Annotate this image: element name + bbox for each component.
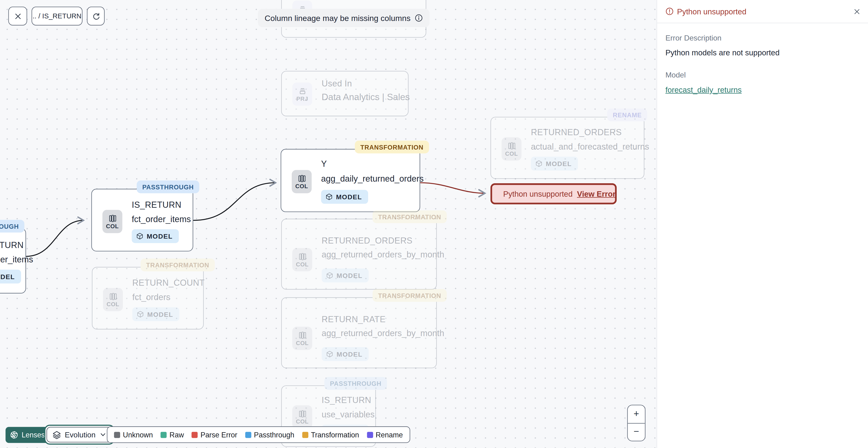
column-chip: COL [292, 327, 312, 350]
error-node-python-unsupported[interactable]: Python unsupported View Error [491, 183, 617, 204]
chevron-down-icon [99, 431, 106, 438]
panel-close-button[interactable] [852, 7, 861, 16]
lineage-canvas[interactable]: PRJ eting PRJ Used In Data Analytics | S… [0, 0, 656, 448]
lenses-label: Lenses [22, 431, 45, 439]
model-cube-icon [326, 351, 334, 358]
lineage-node-left-partial[interactable]: PASSTHROUGH IS_RETURN fct_order_items MO… [0, 228, 26, 294]
zoom-out-button[interactable]: − [628, 423, 645, 441]
edge-type-legend: Unknown Raw Parse Error Passthrough Tran… [107, 426, 410, 443]
model-badge-label: MODEL [336, 193, 362, 201]
error-details-panel: Python unsupported Error Description Pyt… [656, 0, 868, 448]
edge-left-to-fct-order-items [26, 220, 83, 257]
node-title: RETURNED_ORDERS [531, 127, 622, 137]
view-error-link[interactable]: View Error [577, 189, 616, 198]
column-chip-label: COL [505, 150, 518, 156]
node-subtitle: fct_order_items [0, 255, 33, 265]
column-icon [507, 142, 516, 150]
column-icon [298, 409, 306, 418]
model-badge: MODEL [322, 269, 369, 282]
model-badge: MODEL [0, 270, 21, 283]
transformation-badge: TRANSFORMATION [355, 141, 429, 153]
layers-icon [53, 430, 61, 439]
zoom-controls: + − [627, 405, 646, 441]
passthrough-badge: PASSTHROUGH [0, 220, 24, 233]
lineage-warning-banner: Column lineage may be missing columns [258, 9, 429, 27]
column-chip: COL [102, 210, 122, 233]
legend-item-parse-error: Parse Error [192, 430, 237, 439]
refresh-icon [92, 12, 100, 20]
node-subtitle: agg_returned_orders_by_month [322, 250, 444, 260]
legend-item-transformation: Transformation [302, 430, 359, 439]
lineage-node-fct-order-items[interactable]: PASSTHROUGH COL IS_RETURN fct_order_item… [91, 189, 193, 251]
legend-item-rename: Rename [367, 430, 403, 439]
error-node-label: Python unsupported [503, 189, 573, 198]
breadcrumb-text: .. / IS_RETURN [32, 12, 81, 20]
node-subtitle: fct_orders [132, 292, 170, 302]
column-chip-label: COL [295, 183, 308, 189]
model-cube-icon [136, 233, 144, 240]
legend-item-unknown: Unknown [114, 430, 153, 439]
model-link[interactable]: forecast_daily_returns [665, 85, 742, 94]
node-title: Y [321, 159, 327, 169]
model-label: Model [665, 71, 686, 79]
edge-fct-order-items-to-agg-daily [193, 183, 276, 220]
model-cube-icon [326, 272, 334, 279]
rename-swatch [367, 431, 373, 438]
model-badge: MODEL [531, 157, 578, 171]
column-chip-label: COL [296, 261, 309, 267]
node-subtitle: use_variables [322, 410, 375, 420]
column-icon [298, 174, 306, 182]
column-icon [109, 292, 117, 300]
lineage-node-agg-daily[interactable]: TRANSFORMATION COL Y agg_daily_returned_… [281, 149, 420, 212]
column-chip-label: COL [106, 222, 119, 229]
unknown-swatch [114, 431, 120, 438]
node-subtitle: actual_and_forecasted_returns [531, 142, 649, 152]
model-cube-icon [326, 193, 333, 201]
close-icon [854, 8, 860, 14]
model-badge-label: MODEL [546, 160, 572, 168]
zoom-in-button[interactable]: + [628, 406, 645, 423]
refresh-button[interactable] [87, 7, 104, 25]
node-title: IS_RETURN [322, 395, 371, 405]
node-title: IS_RETURN [0, 240, 24, 250]
column-icon [108, 214, 117, 222]
model-badge: MODEL [132, 307, 179, 321]
model-badge-label: MODEL [0, 273, 15, 280]
raw-swatch [161, 431, 167, 438]
lenses-button[interactable]: Lenses [6, 427, 51, 443]
column-chip-label: COL [296, 418, 309, 424]
lens-selector-focus-ring: Evolution [44, 425, 114, 445]
alert-circle-icon [665, 7, 674, 16]
legend-item-passthrough: Passthrough [245, 430, 294, 439]
lens-selector[interactable]: Evolution [46, 427, 112, 442]
project-chip: PRJ [292, 83, 312, 106]
project-icon [298, 87, 306, 95]
passthrough-badge: PASSTHROUGH [324, 377, 387, 390]
rename-badge: RENAME [607, 109, 647, 121]
edge-agg-daily-to-error [420, 183, 485, 193]
column-chip: COL [292, 248, 312, 271]
transformation-badge: TRANSFORMATION [141, 259, 215, 271]
lineage-node-return-rate[interactable]: TRANSFORMATION COL RETURN_RATE agg_retur… [281, 297, 437, 368]
passthrough-badge: PASSTHROUGH [137, 180, 199, 193]
close-lineage-button[interactable] [8, 7, 27, 25]
column-chip: COL [103, 288, 123, 311]
lineage-node-actual-and-forecasted[interactable]: RENAME COL RETURNED_ORDERS actual_and_fo… [491, 117, 645, 179]
lineage-node-returned-orders-by-month[interactable]: TRANSFORMATION COL RETURNED_ORDERS agg_r… [281, 219, 437, 290]
model-badge-label: MODEL [147, 232, 173, 240]
breadcrumb[interactable]: .. / IS_RETURN [32, 7, 83, 25]
column-icon [298, 331, 306, 339]
node-subtitle: agg_returned_orders_by_month [322, 328, 444, 338]
panel-title-text: Python unsupported [677, 7, 746, 16]
legend-label: Raw [169, 430, 184, 439]
banner-text: Column lineage may be missing columns [265, 14, 411, 23]
transformation-badge: TRANSFORMATION [373, 289, 447, 302]
lineage-node-return-count[interactable]: TRANSFORMATION COL RETURN_COUNT fct_orde… [92, 267, 204, 330]
legend-label: Parse Error [200, 430, 237, 439]
aperture-icon [10, 431, 18, 439]
node-subtitle: fct_order_items [132, 214, 191, 224]
info-icon[interactable] [414, 14, 423, 22]
lineage-node-used-in[interactable]: PRJ Used In Data Analytics | Sales [281, 71, 409, 116]
model-badge-label: MODEL [337, 350, 363, 358]
node-title: RETURN_COUNT [132, 278, 205, 288]
